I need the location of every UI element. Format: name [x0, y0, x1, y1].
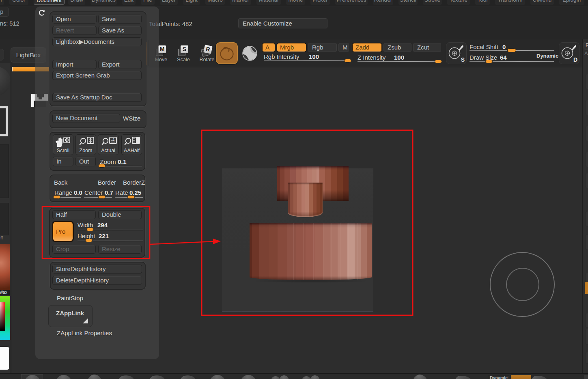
tray-brush-thumb-1[interactable] — [56, 375, 72, 379]
tray-brush-thumb-8[interactable] — [271, 375, 289, 379]
menu-item-material[interactable]: Material — [256, 0, 281, 5]
tool-rotate-button[interactable]: R — [200, 45, 213, 58]
tray-dynamic-label: Dynamic — [488, 375, 509, 379]
tray-thumb-bump — [310, 375, 320, 379]
right-partial-button-top[interactable]: Re — [584, 42, 588, 50]
menu-bar: BrushColorDocumentDrawDynamicsEditFileLa… — [0, 0, 588, 6]
menu-item-color[interactable]: Color — [9, 0, 28, 5]
right-partial-orange-button[interactable] — [585, 282, 588, 294]
mode-button-mrgb[interactable]: Mrgb — [277, 43, 306, 52]
tray-brush-thumb-4[interactable] — [147, 373, 166, 379]
menu-item-movie[interactable]: Movie — [286, 0, 305, 5]
right-partial-label: Ac — [584, 50, 588, 56]
material-sphere-icon-button[interactable] — [241, 45, 258, 62]
nav-sphere-widget[interactable] — [489, 252, 555, 317]
right-partial-button-3[interactable] — [585, 152, 588, 167]
tool-rotate-label: Rotate — [197, 57, 217, 62]
draw-size-icon-button[interactable]: D — [559, 42, 579, 64]
tray-partial-right — [584, 375, 588, 379]
menu-item-transform[interactable]: Transform — [495, 0, 525, 5]
stroke-thumbnail[interactable] — [0, 106, 8, 136]
zbrush-window: BrushColorDocumentDrawDynamicsEditFileLa… — [0, 0, 588, 379]
menu-item-file[interactable]: File — [141, 0, 155, 5]
tray-brush-thumb-9[interactable] — [302, 375, 320, 379]
tray-brush-thumb-6[interactable] — [209, 375, 226, 379]
right-partial-button-1[interactable] — [585, 100, 588, 115]
tray-brush-thumb-10[interactable] — [412, 375, 428, 379]
menu-item-marker[interactable]: Marker — [230, 0, 251, 5]
menu-item-picker[interactable]: Picker — [310, 0, 330, 5]
mode-button-zcut[interactable]: Zcut — [413, 43, 441, 52]
cylinder-bottom-seams — [250, 223, 372, 280]
material-thumbnail[interactable] — [0, 244, 10, 290]
right-partial-button-5[interactable] — [585, 211, 588, 226]
partial-left-tab[interactable] — [0, 49, 4, 60]
slider-track-z-intensity[interactable] — [358, 61, 442, 62]
right-partial-button-4[interactable] — [585, 173, 588, 188]
tray-brush-thumb-3[interactable] — [116, 373, 135, 379]
partial-toolbar-button[interactable]: p — [0, 7, 9, 17]
right-tray: ReAc — [582, 39, 588, 373]
menu-item-stroke[interactable]: Stroke — [423, 0, 442, 5]
tray-brush-thumb-2[interactable] — [87, 375, 102, 379]
slider-handle-z-intensity[interactable] — [435, 60, 442, 63]
tool-scale-button[interactable]: S — [177, 45, 190, 58]
alpha-thumbnail[interactable] — [0, 144, 9, 198]
texture-thumbnail[interactable] — [0, 203, 9, 235]
mode-button-zadd[interactable]: Zadd — [352, 43, 382, 52]
bottom-tray: Dynamic — [0, 373, 588, 379]
menu-item-render[interactable]: Render — [373, 0, 393, 5]
menu-item-preferences[interactable]: Preferences — [335, 0, 368, 5]
right-partial-button-6[interactable] — [585, 235, 588, 250]
slider-track-draw-size[interactable] — [470, 61, 554, 62]
slider-handle-focal-shift[interactable] — [507, 48, 516, 52]
dynamic-mode-label: Dynamic — [536, 53, 558, 59]
cylinder-bottom[interactable] — [250, 223, 372, 280]
current-color-swatch[interactable] — [0, 347, 10, 370]
focal-shift-icon-button[interactable]: S — [446, 42, 467, 64]
slider-track-rgb-intensity[interactable] — [264, 60, 351, 61]
tray-brush-thumb-7[interactable] — [240, 375, 256, 379]
menu-item-texture[interactable]: Texture — [447, 0, 470, 5]
tray-orange-button[interactable] — [511, 375, 531, 379]
mode-button-a[interactable]: A — [262, 43, 275, 52]
stroke-freehand-icon-button[interactable] — [216, 42, 238, 64]
right-partial-button-c[interactable] — [585, 352, 588, 364]
cylinder-middle[interactable] — [288, 183, 323, 217]
scale-letter-icon: S — [181, 45, 188, 53]
menu-item-dynamics[interactable]: Dynamics — [90, 0, 117, 5]
tray-brush-thumb-5[interactable] — [178, 373, 197, 379]
tray-brush-thumb-12[interactable] — [531, 376, 549, 379]
menu-item-layer[interactable]: Layer — [160, 0, 178, 5]
right-partial-button-0[interactable] — [585, 74, 588, 89]
slider-value-rgb-intensity: 100 — [309, 53, 319, 60]
menu-item-light[interactable]: Light — [183, 0, 200, 5]
right-partial-button-a[interactable] — [585, 313, 588, 327]
tray-thumb-bump — [279, 375, 289, 379]
color-sv-square[interactable] — [0, 302, 5, 331]
menu-item-edit[interactable]: Edit — [122, 0, 136, 5]
menu-item-tool[interactable]: Tool — [475, 0, 490, 5]
slider-value-focal-shift: 0 — [502, 43, 506, 50]
slider-handle-rgb-intensity[interactable] — [344, 59, 351, 62]
right-partial-button-2[interactable] — [585, 126, 588, 141]
points-count-text: ns: 512 — [0, 20, 19, 27]
menu-item-macro[interactable]: Macro — [205, 0, 225, 5]
menu-item-zplugin[interactable]: Zplugin — [559, 0, 584, 5]
tray-brush-thumb-11[interactable] — [454, 376, 472, 379]
right-partial-button-b[interactable] — [585, 329, 588, 345]
slider-label-z-intensity: Z Intensity — [358, 54, 386, 61]
menu-item-document[interactable]: Document — [34, 0, 65, 5]
brush-thumbnail[interactable] — [0, 67, 11, 96]
menu-item-draw[interactable]: Draw — [68, 0, 85, 5]
menu-item-brush[interactable]: Brush — [0, 0, 4, 5]
mode-button-rgb[interactable]: Rgb — [308, 43, 337, 52]
enable-customize-button[interactable]: Enable Customize — [238, 18, 327, 28]
slider-label-draw-size: Draw Size — [470, 54, 497, 61]
menu-item-stencil[interactable]: Stencil — [398, 0, 418, 5]
cylinder-middle-shade — [288, 183, 323, 217]
menu-item-uimenu[interactable]: UiMenu — [530, 0, 554, 5]
mode-button-zsub[interactable]: Zsub — [383, 43, 411, 52]
mode-button-m[interactable]: M — [338, 43, 349, 52]
slider-handle-draw-size[interactable] — [485, 60, 493, 63]
